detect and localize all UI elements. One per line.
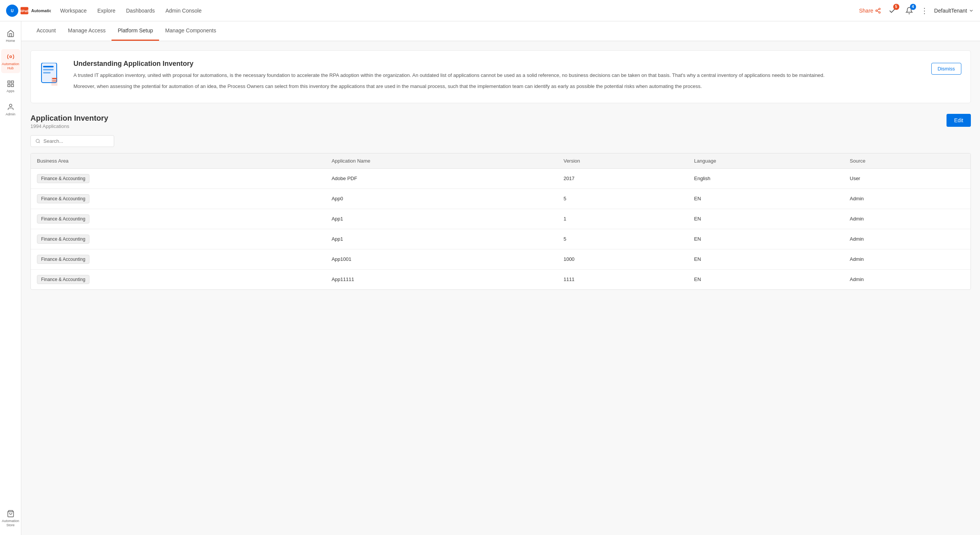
cell-version: 1000 <box>558 249 688 269</box>
table-row: Finance & Accounting Adobe PDF 2017 Engl… <box>31 168 970 188</box>
cell-language: EN <box>688 209 844 229</box>
notification-bell-button[interactable]: 4 <box>904 5 915 16</box>
svg-rect-22 <box>52 80 57 81</box>
sidebar-item-apps[interactable]: Apps <box>1 76 20 96</box>
more-options-button[interactable]: ⋮ <box>921 6 928 15</box>
tab-platform-setup[interactable]: Platform Setup <box>112 21 159 41</box>
svg-rect-19 <box>43 69 54 70</box>
sidebar-automation-store-label: Automation Store <box>2 519 19 527</box>
search-input-wrap <box>30 135 114 147</box>
sidebar-bottom: Automation Store <box>1 506 20 530</box>
cell-language: EN <box>688 229 844 249</box>
cell-language: English <box>688 168 844 188</box>
cell-version: 2017 <box>558 168 688 188</box>
share-button[interactable]: Share <box>859 8 881 14</box>
business-area-tag: Finance & Accounting <box>37 275 89 284</box>
cell-business-area: Finance & Accounting <box>31 188 325 209</box>
col-source: Source <box>844 153 970 169</box>
nav-admin-console[interactable]: Admin Console <box>166 8 202 14</box>
inventory-subtitle: 1994 Applications <box>30 123 108 129</box>
svg-line-8 <box>877 11 879 12</box>
svg-rect-20 <box>43 72 51 73</box>
uipath-logo-icon: U <box>6 5 18 17</box>
col-language: Language <box>688 153 844 169</box>
sidebar-item-automation-hub[interactable]: Automation Hub <box>1 49 20 73</box>
business-area-tag: Finance & Accounting <box>37 174 89 183</box>
cell-source: User <box>844 168 970 188</box>
cell-business-area: Finance & Accounting <box>31 209 325 229</box>
nav-workspace[interactable]: Workspace <box>60 8 87 14</box>
tenant-selector[interactable]: DefaultTenant <box>934 8 974 14</box>
col-application-name: Application Name <box>325 153 557 169</box>
sidebar-item-admin[interactable]: Admin <box>1 99 20 120</box>
search-wrap <box>30 135 971 147</box>
inventory-table: Business Area Application Name Version L… <box>31 153 970 289</box>
info-banner: Understanding Application Inventory A tr… <box>30 50 971 103</box>
cell-language: EN <box>688 188 844 209</box>
search-input[interactable] <box>43 138 109 144</box>
top-right-actions: Share 5 4 ⋮ DefaultTenant <box>859 5 974 16</box>
nav-dashboards[interactable]: Dashboards <box>126 8 155 14</box>
col-version: Version <box>558 153 688 169</box>
notification-badge-1: 5 <box>893 4 899 10</box>
top-navigation: U UiPath Automation Hub Workspace Explor… <box>0 0 980 21</box>
sidebar-automation-hub-label: Automation Hub <box>2 62 19 70</box>
tab-manage-components[interactable]: Manage Components <box>159 21 222 41</box>
svg-point-23 <box>36 139 40 142</box>
app-body: Home Automation Hub Apps Admin <box>0 21 980 535</box>
tab-manage-access[interactable]: Manage Access <box>62 21 112 41</box>
table-row: Finance & Accounting App0 5 EN Admin <box>31 188 970 209</box>
svg-point-10 <box>10 56 11 57</box>
cell-business-area: Finance & Accounting <box>31 249 325 269</box>
banner-paragraph-2: Moreover, when assessing the potential f… <box>73 83 919 91</box>
cell-business-area: Finance & Accounting <box>31 168 325 188</box>
cell-app-name: Adobe PDF <box>325 168 557 188</box>
notification-badge-2: 4 <box>910 4 916 10</box>
cell-source: Admin <box>844 269 970 289</box>
cell-app-name: App1 <box>325 209 557 229</box>
svg-rect-14 <box>8 85 10 87</box>
content-area: Understanding Application Inventory A tr… <box>21 41 980 299</box>
sidebar-item-automation-store[interactable]: Automation Store <box>1 506 20 530</box>
banner-content: Understanding Application Inventory A tr… <box>73 60 919 94</box>
edit-button[interactable]: Edit <box>947 114 971 127</box>
notification-checkmark-button[interactable]: 5 <box>887 5 898 16</box>
sidebar: Home Automation Hub Apps Admin <box>0 21 21 535</box>
svg-point-15 <box>9 104 12 107</box>
table-header: Business Area Application Name Version L… <box>31 153 970 169</box>
table-row: Finance & Accounting App1001 1000 EN Adm… <box>31 249 970 269</box>
table-row: Finance & Accounting App1 1 EN Admin <box>31 209 970 229</box>
document-icon <box>40 63 61 87</box>
cell-version: 5 <box>558 229 688 249</box>
cell-app-name: App0 <box>325 188 557 209</box>
svg-rect-21 <box>52 78 57 79</box>
cell-version: 5 <box>558 188 688 209</box>
banner-title: Understanding Application Inventory <box>73 60 919 68</box>
svg-rect-11 <box>8 81 10 83</box>
logo-area: U UiPath Automation Hub <box>6 5 51 17</box>
business-area-tag: Finance & Accounting <box>37 214 89 224</box>
tab-account[interactable]: Account <box>30 21 62 41</box>
nav-explore[interactable]: Explore <box>97 8 115 14</box>
platform-setup-tabs: Account Manage Access Platform Setup Man… <box>21 21 980 41</box>
table-row: Finance & Accounting App1 5 EN Admin <box>31 229 970 249</box>
cell-language: EN <box>688 249 844 269</box>
cell-source: Admin <box>844 229 970 249</box>
inventory-title: Application Inventory <box>30 114 108 123</box>
svg-point-5 <box>879 8 880 10</box>
apps-icon <box>6 79 15 88</box>
svg-rect-18 <box>43 66 54 67</box>
col-business-area: Business Area <box>31 153 325 169</box>
sidebar-admin-label: Admin <box>6 112 16 117</box>
cell-language: EN <box>688 269 844 289</box>
search-icon <box>35 139 40 144</box>
nav-links: Workspace Explore Dashboards Admin Conso… <box>60 8 859 14</box>
dismiss-button[interactable]: Dismiss <box>931 63 962 75</box>
cell-source: Admin <box>844 209 970 229</box>
table-row: Finance & Accounting App11111 1111 EN Ad… <box>31 269 970 289</box>
cell-app-name: App1 <box>325 229 557 249</box>
svg-text:U: U <box>11 9 13 13</box>
sidebar-home-label: Home <box>6 39 15 43</box>
cell-business-area: Finance & Accounting <box>31 269 325 289</box>
sidebar-item-home[interactable]: Home <box>1 26 20 46</box>
